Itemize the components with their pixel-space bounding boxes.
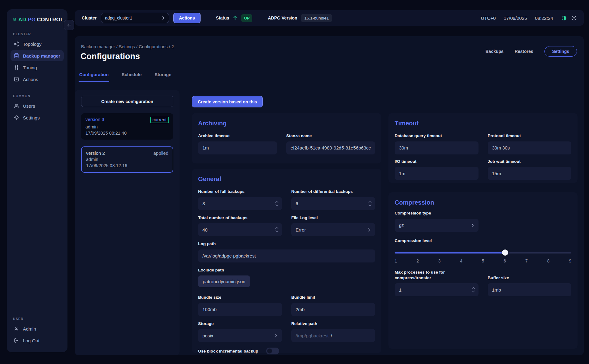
breadcrumb[interactable]: Backup manager / Settings / Configuratio… xyxy=(81,44,174,49)
adpg-version-badge: 16.1-bundle1 xyxy=(301,14,332,22)
sidebar-item-label: Backup manager xyxy=(23,53,60,58)
chevron-up-icon[interactable] xyxy=(275,201,279,203)
restores-button[interactable]: Restores xyxy=(515,49,533,54)
sidebar-section-cluster: CLUSTER xyxy=(13,32,64,36)
stanza-name-value: ef24aefb-51ca-4989-92d5-81e56b63cc xyxy=(291,145,371,150)
job-wait-timeout-input[interactable]: 15m xyxy=(488,167,572,180)
theme-contrast-icon[interactable] xyxy=(561,15,567,21)
timezone-value: UTC+0 xyxy=(481,15,496,21)
file-log-level-select[interactable]: Error xyxy=(291,223,375,236)
archive-timeout-input[interactable]: 1m xyxy=(198,141,277,154)
create-version-button[interactable]: Create version based on this xyxy=(192,96,263,107)
exclude-path-chip[interactable]: patroni.dynamic.json xyxy=(198,275,250,287)
block-incremental-label: Use block incremental backup xyxy=(198,349,258,354)
sidebar-item-logout[interactable]: Log Out xyxy=(11,335,64,346)
job-wait-timeout-label: Job wait timeout xyxy=(488,159,572,164)
max-processes-input[interactable]: 1 xyxy=(395,283,479,296)
bundle-limit-label: Bundle limit xyxy=(291,295,375,300)
sidebar-item-settings[interactable]: Settings xyxy=(11,112,64,123)
chevron-down-icon[interactable] xyxy=(368,204,372,206)
time-value: 08:22:24 xyxy=(535,15,553,21)
number-stepper[interactable] xyxy=(275,227,279,232)
chevron-up-icon[interactable] xyxy=(275,227,279,229)
slider-track[interactable] xyxy=(395,252,571,254)
relative-path-value: / xyxy=(331,333,332,338)
buffer-size-input[interactable]: 1mb xyxy=(488,283,572,296)
sidebar: AD.PGCONTROL CLUSTER Topology Backup man… xyxy=(7,9,67,352)
light-theme-sun-icon[interactable] xyxy=(571,15,577,21)
create-new-configuration-button[interactable]: Create new configuration xyxy=(81,96,173,107)
log-path-input[interactable]: /var/log/adpgc-pgbackrest xyxy=(198,249,375,262)
sidebar-item-admin[interactable]: Admin xyxy=(11,323,64,334)
compression-level-thumb[interactable] xyxy=(502,249,508,256)
sidebar-item-backup-manager[interactable]: Backup manager xyxy=(11,50,64,61)
compression-section: Compression Compression type gz Compress… xyxy=(388,192,578,349)
sidebar-item-tuning[interactable]: Tuning xyxy=(11,62,64,73)
bundle-size-input[interactable]: 100mb xyxy=(198,303,282,316)
diff-backups-input[interactable]: 6 xyxy=(291,197,375,210)
total-backups-label: Total number of backups xyxy=(198,215,282,221)
tab-storage[interactable]: Storage xyxy=(154,72,172,82)
sidebar-collapse-button[interactable] xyxy=(64,20,74,30)
compression-title: Compression xyxy=(395,199,571,206)
relative-path-placeholder: /tmp/pgbackrest xyxy=(296,333,329,338)
full-backups-input[interactable]: 3 xyxy=(198,197,282,210)
sidebar-item-actions[interactable]: Actions xyxy=(11,74,64,85)
backups-button[interactable]: Backups xyxy=(485,49,503,54)
toggle-knob xyxy=(267,349,272,353)
version-name[interactable]: version 2 xyxy=(86,150,105,156)
bundle-limit-input[interactable]: 2mb xyxy=(291,303,375,316)
io-timeout-input[interactable]: 1m xyxy=(395,167,479,180)
compression-level-fill xyxy=(395,252,505,254)
max-processes-value: 1 xyxy=(399,287,401,292)
diff-backups-value: 6 xyxy=(296,201,298,206)
logout-icon xyxy=(14,338,19,343)
chevron-up-icon[interactable] xyxy=(472,287,475,289)
number-stepper[interactable] xyxy=(275,201,279,206)
compression-level-slider[interactable] xyxy=(395,249,571,256)
storage-label: Storage xyxy=(198,321,282,327)
sidebar-item-users[interactable]: Users xyxy=(11,100,64,111)
chevron-up-icon[interactable] xyxy=(368,201,372,203)
io-timeout-value: 1m xyxy=(399,171,405,176)
chevron-down-icon[interactable] xyxy=(275,204,279,206)
relative-path-input[interactable]: /tmp/pgbackrest / xyxy=(291,329,375,342)
db-query-timeout-input[interactable]: 30m xyxy=(395,141,479,154)
exclude-path-label: Exclude path xyxy=(198,267,375,273)
number-stepper[interactable] xyxy=(472,287,475,292)
job-wait-timeout-value: 15m xyxy=(492,171,501,176)
total-backups-value: 40 xyxy=(202,227,208,232)
tab-configuration[interactable]: Configuration xyxy=(79,72,109,82)
sidebar-section-common: COMMON xyxy=(13,94,64,98)
bundle-limit-value: 2mb xyxy=(296,307,305,312)
cluster-select[interactable]: adpg_cluster1 xyxy=(101,13,169,23)
version-card-3[interactable]: version 3 current admin 17/09/2025 08:21… xyxy=(81,113,173,140)
block-incremental-toggle[interactable] xyxy=(266,348,279,354)
number-stepper[interactable] xyxy=(368,201,372,206)
file-log-level-label: File Log level xyxy=(291,215,375,221)
full-backups-label: Number of full backups xyxy=(198,189,282,194)
version-name[interactable]: version 3 xyxy=(85,117,104,122)
stanza-name-input[interactable]: ef24aefb-51ca-4989-92d5-81e56b63cc xyxy=(286,141,375,154)
bundle-size-label: Bundle size xyxy=(198,295,282,300)
topbar: Cluster adpg_cluster1 Actions Status UP … xyxy=(75,10,584,26)
chevron-down-icon[interactable] xyxy=(275,230,279,232)
max-processes-label: Max processes to use for compress/transf… xyxy=(395,270,479,280)
db-query-timeout-label: Database query timeout xyxy=(395,133,479,139)
tab-schedule[interactable]: Schedule xyxy=(121,72,142,82)
arrow-left-icon xyxy=(66,22,72,28)
actions-button[interactable]: Actions xyxy=(173,13,200,23)
status-label: Status xyxy=(216,15,229,20)
settings-button[interactable]: Settings xyxy=(544,46,577,57)
protocol-timeout-input[interactable]: 30m 30s xyxy=(488,141,572,154)
app-logo: AD.PGCONTROL xyxy=(11,16,64,24)
version-card-2[interactable]: version 2 applied admin 17/09/2025 08:12… xyxy=(81,146,173,173)
chevron-down-icon[interactable] xyxy=(472,290,475,292)
storage-select[interactable]: posix xyxy=(198,329,282,342)
tick-label: 5 xyxy=(482,258,484,263)
total-backups-input[interactable]: 40 xyxy=(198,223,282,236)
sidebar-item-topology[interactable]: Topology xyxy=(11,38,64,50)
sidebar-section-user: USER xyxy=(13,317,64,321)
compression-type-select[interactable]: gz xyxy=(395,219,479,232)
sliders-icon xyxy=(14,65,19,70)
